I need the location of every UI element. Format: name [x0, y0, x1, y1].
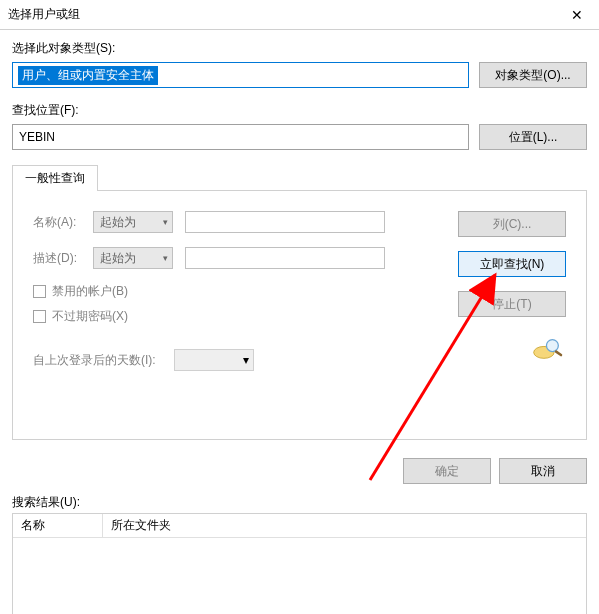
disabled-account-checkbox[interactable]: 禁用的帐户(B): [33, 283, 456, 300]
stop-button: 停止(T): [458, 291, 566, 317]
window-title: 选择用户或组: [8, 6, 80, 23]
tab-general-query[interactable]: 一般性查询: [12, 165, 98, 191]
column-folder[interactable]: 所在文件夹: [103, 514, 586, 537]
chevron-down-icon: ▾: [163, 253, 168, 263]
columns-button: 列(C)...: [458, 211, 566, 237]
object-type-field[interactable]: 用户、组或内置安全主体: [12, 62, 469, 88]
svg-rect-2: [554, 350, 562, 357]
chevron-down-icon: ▾: [243, 353, 249, 367]
days-since-logon-combo: ▾: [174, 349, 254, 371]
svg-point-1: [546, 340, 558, 352]
name-match-combo[interactable]: 起始为 ▾: [93, 211, 173, 233]
object-type-button[interactable]: 对象类型(O)...: [479, 62, 587, 88]
checkbox-icon: [33, 285, 46, 298]
chevron-down-icon: ▾: [163, 217, 168, 227]
name-label: 名称(A):: [33, 214, 93, 231]
search-results-label: 搜索结果(U):: [12, 494, 587, 511]
cancel-button[interactable]: 取消: [499, 458, 587, 484]
days-since-logon-label: 自上次登录后的天数(I):: [33, 352, 156, 369]
checkbox-icon: [33, 310, 46, 323]
location-field[interactable]: YEBIN: [12, 124, 469, 150]
search-results-list[interactable]: 名称 所在文件夹: [12, 513, 587, 614]
column-name[interactable]: 名称: [13, 514, 103, 537]
desc-input[interactable]: [185, 247, 385, 269]
search-folder-icon: [532, 337, 566, 361]
no-expire-pwd-checkbox[interactable]: 不过期密码(X): [33, 308, 456, 325]
location-label: 查找位置(F):: [12, 102, 587, 119]
dialog-content: 选择此对象类型(S): 用户、组或内置安全主体 对象类型(O)... 查找位置(…: [0, 30, 599, 614]
object-type-value: 用户、组或内置安全主体: [18, 66, 158, 85]
desc-label: 描述(D):: [33, 250, 93, 267]
title-bar: 选择用户或组 ✕: [0, 0, 599, 30]
results-header: 名称 所在文件夹: [13, 514, 586, 538]
close-button[interactable]: ✕: [554, 0, 599, 30]
name-input[interactable]: [185, 211, 385, 233]
location-value: YEBIN: [19, 130, 55, 144]
desc-match-combo[interactable]: 起始为 ▾: [93, 247, 173, 269]
find-now-button[interactable]: 立即查找(N): [458, 251, 566, 277]
object-type-label: 选择此对象类型(S):: [12, 40, 587, 57]
ok-button: 确定: [403, 458, 491, 484]
location-button[interactable]: 位置(L)...: [479, 124, 587, 150]
